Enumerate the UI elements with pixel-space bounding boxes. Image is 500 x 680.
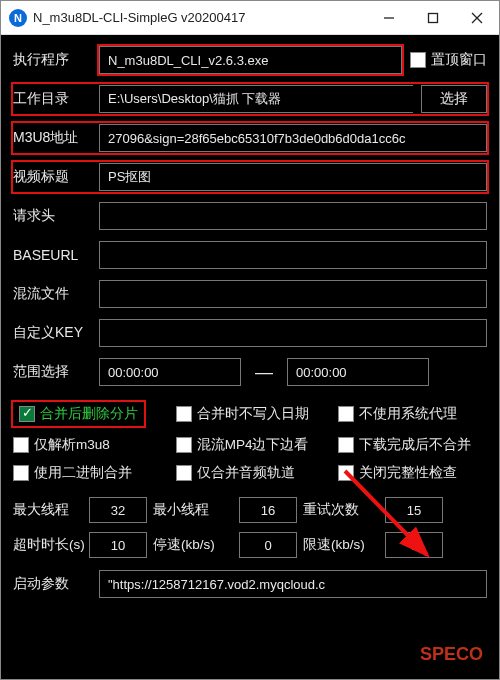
mux-input[interactable] (99, 280, 487, 308)
watermark: SPECO (420, 644, 483, 665)
chk-parse-only[interactable]: 仅解析m3u8 (13, 436, 162, 454)
timeout-label: 超时时长(s) (13, 536, 83, 554)
timeout-input[interactable]: 10 (89, 532, 147, 558)
checkbox-icon (13, 465, 29, 481)
range-label: 范围选择 (13, 363, 91, 381)
title-label: 视频标题 (13, 168, 91, 186)
chk-label: 混流MP4边下边看 (197, 436, 309, 454)
row-range: 范围选择 00:00:00 — 00:00:00 (13, 357, 487, 387)
row-launch: 启动参数 "https://1258712167.vod2.myqcloud.c (13, 569, 487, 599)
maximize-button[interactable] (411, 1, 455, 35)
minimize-icon (383, 12, 395, 24)
m3u8-label: M3U8地址 (13, 129, 91, 147)
checkbox-grid: 合并后删除分片 合并时不写入日期 不使用系统代理 仅解析m3u8 混流MP4边下… (13, 402, 487, 482)
chk-mux-mp4-play[interactable]: 混流MP4边下边看 (176, 436, 325, 454)
chk-label: 仅合并音频轨道 (197, 464, 295, 482)
checkbox-icon (410, 52, 426, 68)
workdir-label: 工作目录 (13, 90, 91, 108)
row-baseurl: BASEURL (13, 240, 487, 270)
chk-audio-only[interactable]: 仅合并音频轨道 (176, 464, 325, 482)
chk-label: 不使用系统代理 (359, 405, 457, 423)
mux-label: 混流文件 (13, 285, 91, 303)
baseurl-input[interactable] (99, 241, 487, 269)
app-window: N N_m3u8DL-CLI-SimpleG v20200417 执行程序 N_… (0, 0, 500, 680)
max-threads-input[interactable]: 32 (89, 497, 147, 523)
pin-window-checkbox[interactable]: 置顶窗口 (410, 51, 487, 69)
row-m3u8: M3U8地址 27096&sign=28f65ebc65310f7b3de0db… (13, 123, 487, 153)
min-threads-input[interactable]: 16 (239, 497, 297, 523)
exec-input[interactable]: N_m3u8DL_CLI_v2.6.3.exe (99, 46, 402, 74)
chk-label: 下载完成后不合并 (359, 436, 471, 454)
retry-input[interactable]: 15 (385, 497, 443, 523)
row-mux: 混流文件 (13, 279, 487, 309)
stop-speed-label: 停速(kb/s) (153, 536, 233, 554)
chk-label: 合并时不写入日期 (197, 405, 309, 423)
max-threads-label: 最大线程 (13, 501, 83, 519)
checkbox-icon (176, 437, 192, 453)
row-key: 自定义KEY (13, 318, 487, 348)
choose-button[interactable]: 选择 (421, 85, 487, 113)
checkbox-icon (176, 465, 192, 481)
chk-no-merge-after[interactable]: 下载完成后不合并 (338, 436, 487, 454)
svg-rect-1 (429, 13, 438, 22)
row-header: 请求头 (13, 201, 487, 231)
checkbox-icon (176, 406, 192, 422)
header-input[interactable] (99, 202, 487, 230)
body: 执行程序 N_m3u8DL_CLI_v2.6.3.exe 置顶窗口 工作目录 E… (1, 35, 499, 679)
chk-label: 关闭完整性检查 (359, 464, 457, 482)
baseurl-label: BASEURL (13, 247, 91, 263)
workdir-input[interactable]: E:\Users\Desktop\猫抓 下载器 (99, 85, 413, 113)
range-end-input[interactable]: 00:00:00 (287, 358, 429, 386)
checkbox-icon (13, 437, 29, 453)
m3u8-input[interactable]: 27096&sign=28f65ebc65310f7b3de0db6d0da1c… (99, 124, 487, 152)
chk-label: 合并后删除分片 (40, 405, 138, 423)
row-exec: 执行程序 N_m3u8DL_CLI_v2.6.3.exe 置顶窗口 (13, 45, 487, 75)
exec-label: 执行程序 (13, 51, 91, 69)
checkbox-icon (19, 406, 35, 422)
chk-no-system-proxy[interactable]: 不使用系统代理 (338, 402, 487, 426)
row-workdir: 工作目录 E:\Users\Desktop\猫抓 下载器 选择 (13, 84, 487, 114)
row-title: 视频标题 PS抠图 (13, 162, 487, 192)
limit-speed-label: 限速(kb/s) (303, 536, 379, 554)
range-dash: — (249, 362, 279, 383)
limit-speed-input[interactable]: 0 (385, 532, 443, 558)
chk-no-date-on-merge[interactable]: 合并时不写入日期 (176, 402, 325, 426)
checkbox-icon (338, 437, 354, 453)
header-label: 请求头 (13, 207, 91, 225)
minimize-button[interactable] (367, 1, 411, 35)
num-row-1: 最大线程 32 最小线程 16 重试次数 15 (13, 497, 487, 523)
launch-input[interactable]: "https://1258712167.vod2.myqcloud.c (99, 570, 487, 598)
num-row-2: 超时时长(s) 10 停速(kb/s) 0 限速(kb/s) 0 (13, 532, 487, 558)
key-label: 自定义KEY (13, 324, 91, 342)
maximize-icon (427, 12, 439, 24)
title-input[interactable]: PS抠图 (99, 163, 487, 191)
window-title: N_m3u8DL-CLI-SimpleG v20200417 (33, 10, 367, 25)
chk-label: 使用二进制合并 (34, 464, 132, 482)
pin-label: 置顶窗口 (431, 51, 487, 69)
chk-delete-after-merge[interactable]: 合并后删除分片 (13, 402, 144, 426)
range-start-input[interactable]: 00:00:00 (99, 358, 241, 386)
chk-binary-merge[interactable]: 使用二进制合并 (13, 464, 162, 482)
chk-disable-integrity[interactable]: 关闭完整性检查 (338, 464, 487, 482)
close-icon (471, 12, 483, 24)
checkbox-icon (338, 406, 354, 422)
app-icon: N (9, 9, 27, 27)
chk-label: 仅解析m3u8 (34, 436, 110, 454)
retry-label: 重试次数 (303, 501, 379, 519)
titlebar[interactable]: N N_m3u8DL-CLI-SimpleG v20200417 (1, 1, 499, 35)
stop-speed-input[interactable]: 0 (239, 532, 297, 558)
launch-label: 启动参数 (13, 575, 91, 593)
key-input[interactable] (99, 319, 487, 347)
min-threads-label: 最小线程 (153, 501, 233, 519)
close-button[interactable] (455, 1, 499, 35)
checkbox-icon (338, 465, 354, 481)
